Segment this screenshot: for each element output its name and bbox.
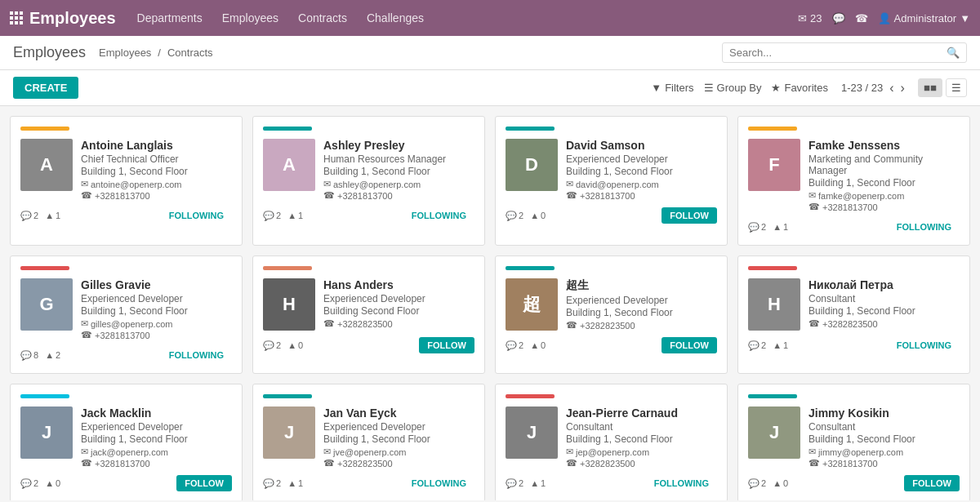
follow-button[interactable]: FOLLOW: [662, 337, 717, 353]
employee-name: Antoine Langlais: [81, 139, 232, 152]
following-button[interactable]: FOLLOWING: [403, 475, 474, 491]
following-button[interactable]: FOLLOWING: [889, 337, 960, 353]
employee-card[interactable]: J Jimmy Kosikin Consultant Building 1, S…: [737, 384, 970, 500]
avatar: A: [20, 139, 73, 191]
search-bar[interactable]: 🔍: [722, 42, 967, 63]
card-top-bar: [506, 266, 555, 270]
user-menu[interactable]: 👤 Administrator ▼: [878, 12, 970, 24]
following-button[interactable]: FOLLOWING: [161, 347, 232, 363]
employee-location: Building 1, Second Floor: [566, 433, 717, 445]
nav-departments[interactable]: Departments: [129, 8, 211, 28]
following-button[interactable]: FOLLOWING: [161, 207, 232, 224]
nav-contracts[interactable]: Contracts: [290, 8, 355, 28]
following-button[interactable]: FOLLOWING: [403, 207, 474, 224]
message-count: 2: [33, 478, 38, 488]
user-icon: 👤: [878, 12, 891, 24]
follow-button[interactable]: FOLLOW: [419, 337, 474, 353]
card-footer: 💬 2 ▲ 0 FOLLOW: [506, 337, 717, 353]
employee-card[interactable]: A Ashley Presley Human Resources Manager…: [252, 116, 485, 246]
activities-stat: ▲ 0: [45, 478, 60, 489]
activities-stat: ▲ 1: [287, 478, 303, 489]
filter-icon: ▼: [651, 82, 662, 94]
phone-icon: ☎: [81, 330, 92, 340]
employee-role: Experienced Developer: [566, 153, 717, 165]
card-stats: 💬 2 ▲ 1: [263, 211, 303, 221]
employee-card[interactable]: J Jan Van Eyck Experienced Developer Bui…: [252, 384, 485, 500]
follow-button[interactable]: FOLLOW: [662, 207, 717, 224]
phone-icon: ☎: [808, 202, 820, 212]
message-count: 2: [761, 478, 766, 488]
employee-card[interactable]: J Jean-Pierre Carnaud Consultant Buildin…: [495, 384, 728, 500]
card-info: Famke Jenssens Marketing and Community M…: [808, 139, 960, 212]
breadcrumb-contracts[interactable]: Contracts: [167, 47, 213, 59]
card-body: J Jack Macklin Experienced Developer Bui…: [20, 406, 232, 469]
grid-view-btn[interactable]: ■■: [918, 78, 942, 97]
employee-card[interactable]: A Antoine Langlais Chief Technical Offic…: [10, 116, 243, 246]
filters-btn[interactable]: ▼ Filters: [651, 82, 693, 94]
list-view-btn[interactable]: ☰: [946, 78, 967, 97]
activity-icon: ▲: [287, 211, 296, 220]
employee-name: Famke Jenssens: [808, 139, 960, 152]
employee-card[interactable]: Н Николай Петра Consultant Building 1, S…: [737, 255, 970, 374]
employee-card[interactable]: D David Samson Experienced Developer Bui…: [495, 116, 728, 246]
grid-icon[interactable]: [10, 11, 23, 24]
avatar: J: [506, 406, 558, 459]
phone-icon: ☎: [81, 458, 92, 469]
following-button[interactable]: FOLLOWING: [646, 475, 717, 491]
activity-count: 0: [541, 211, 546, 220]
follow-button[interactable]: FOLLOW: [176, 475, 232, 491]
employee-role: Human Resources Manager: [323, 153, 474, 165]
nav-employees[interactable]: Employees: [214, 8, 287, 28]
activity-icon: ▲: [287, 340, 296, 350]
activities-stat: ▲ 2: [45, 350, 60, 361]
pager: 1-23 / 23 ‹ ›: [841, 81, 905, 96]
employee-phone: ☎ +3282823500: [566, 320, 717, 331]
phone-icon: ☎: [855, 12, 868, 24]
message-icon: 💬: [20, 350, 32, 361]
activity-count: 2: [56, 350, 60, 360]
messages-stat: 💬 2: [748, 340, 766, 351]
nav-challenges[interactable]: Challenges: [359, 8, 432, 28]
create-button[interactable]: CREATE: [13, 77, 78, 99]
message-icon: 💬: [263, 211, 274, 221]
employee-card[interactable]: 超 超生 Experienced Developer Building 1, S…: [495, 255, 728, 374]
follow-button[interactable]: FOLLOW: [904, 475, 960, 491]
search-input[interactable]: [729, 47, 947, 59]
chat-btn[interactable]: 💬: [832, 12, 845, 24]
card-stats: 💬 2 ▲ 1: [506, 478, 546, 489]
card-email: ✉ famke@openerp.com: [808, 190, 960, 201]
favorites-btn[interactable]: ★ Favorites: [771, 82, 827, 94]
subheader-left: Employees Employees / Contracts: [13, 44, 213, 61]
employee-card[interactable]: J Jack Macklin Experienced Developer Bui…: [10, 384, 243, 500]
pager-prev[interactable]: ‹: [889, 81, 893, 96]
notifications-btn[interactable]: ✉ 23: [798, 12, 822, 24]
employee-card[interactable]: G Gilles Gravie Experienced Developer Bu…: [10, 255, 243, 374]
card-footer: 💬 2 ▲ 0 FOLLOW: [20, 475, 232, 491]
employee-role: Chief Technical Officer: [81, 153, 232, 165]
phone-icon: ☎: [808, 318, 820, 329]
phone-icon: ☎: [566, 458, 577, 469]
employee-card[interactable]: H Hans Anders Experienced Developer Buil…: [252, 255, 485, 374]
message-count: 8: [33, 350, 38, 360]
phone-btn[interactable]: ☎: [855, 12, 868, 24]
message-count: 2: [761, 222, 766, 232]
card-top-bar: [748, 394, 797, 398]
following-button[interactable]: FOLLOWING: [889, 219, 960, 235]
activity-icon: ▲: [773, 478, 782, 488]
activity-count: 1: [783, 340, 788, 350]
pager-next[interactable]: ›: [901, 81, 905, 96]
card-body: J Jan Van Eyck Experienced Developer Bui…: [263, 406, 474, 469]
message-count: 2: [276, 478, 281, 488]
employee-card[interactable]: F Famke Jenssens Marketing and Community…: [737, 116, 970, 246]
card-info: 超生 Experienced Developer Building 1, Sec…: [566, 278, 717, 331]
topnav: Employees Departments Employees Contract…: [0, 0, 980, 36]
card-top-bar: [748, 266, 797, 270]
email-icon: ✉: [81, 179, 88, 189]
employee-phone: ☎ +3281813700: [81, 190, 232, 201]
groupby-btn[interactable]: ☰ Group By: [704, 82, 762, 94]
card-info: Jack Macklin Experienced Developer Build…: [81, 406, 232, 469]
card-top-bar: [506, 394, 555, 398]
breadcrumb-employees[interactable]: Employees: [99, 47, 151, 59]
card-stats: 💬 2 ▲ 0: [506, 340, 546, 351]
pager-text: 1-23 / 23: [841, 82, 883, 94]
